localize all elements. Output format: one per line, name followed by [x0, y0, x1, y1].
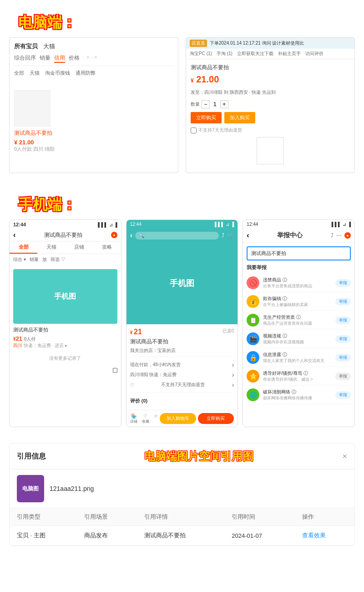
m1-sub-store[interactable]: · 进店 ▸ — [52, 343, 67, 348]
report-name-5: 诱导好评/骚扰/辱骂 ⓘ — [263, 370, 332, 377]
pc-right-navbar: 淘宝PC (1) 手淘 (1) 立即获取关注下载 补贴主页手 访问评价 — [186, 49, 354, 59]
m2-back-icon[interactable] — [130, 231, 132, 240]
pc-right-screenshot: 店直直 下单2024.01.14 12:17:21 询问 设计素材使用比 淘宝P… — [186, 37, 355, 173]
tab-zhongheguixi[interactable]: 综合回序 — [14, 54, 36, 63]
filter-taojincoin[interactable]: 淘金币搜钱 — [45, 70, 70, 77]
m2-star-icon[interactable]: ☆ — [154, 413, 158, 424]
m2-sold-count: 已卖0 — [222, 328, 234, 334]
report-btn-5[interactable]: 举报 — [335, 373, 351, 380]
citation-header: 引用信息 电脑端图片空间引用图 × — [10, 444, 354, 470]
report-btn-1[interactable]: 举报 — [335, 298, 351, 306]
m2-cart-header-icon[interactable]: 🛒 — [227, 232, 234, 239]
tab-xinyong[interactable]: 信用 — [54, 54, 65, 63]
report-desc-6: 损坏网络传播网络传播传播 — [263, 395, 332, 401]
add-to-cart-button[interactable]: 加入购买 — [224, 112, 255, 123]
pc-right-buttons: 立即购买 加入购买 — [191, 112, 350, 123]
m1-product-name: 测试商品不要拍 — [13, 327, 117, 333]
m3-menu-icon[interactable]: ⋯ — [336, 232, 342, 239]
m2-detail-arrow[interactable] — [232, 371, 234, 378]
m3-report-title: 我要举报 — [247, 264, 351, 271]
nav-download[interactable]: 立即获取关注下载 — [237, 51, 273, 57]
report-desc-3: 视频内存存在违规视频 — [263, 339, 332, 345]
report-item-3: 🎬 视频违规 ⓘ 视频内存存在违规视频 举报 — [247, 330, 351, 348]
m1-sub-delivery: 快递：免运费 — [24, 343, 51, 348]
m3-time: 12:44 — [247, 222, 258, 227]
m2-img-label: 手机图 — [170, 278, 194, 289]
pc-product-card: 测试商品不要拍 ¥ 21.00 0人付款 四川 绵阳 — [14, 90, 173, 153]
nav-shoutao[interactable]: 手淘 (1) — [217, 51, 233, 57]
qty-decrease[interactable]: − — [202, 100, 210, 108]
report-icon-6: 🌐 — [247, 388, 259, 401]
m2-share-icon[interactable]: ⤴ — [222, 232, 224, 239]
report-name-1: 欺诈骗钱 ⓘ — [263, 296, 332, 302]
m1-filter-row: 综合 ▾ 销量 放 筛选 ▽ — [10, 254, 121, 265]
filter-all[interactable]: 全部 — [14, 70, 24, 77]
report-btn-6[interactable]: 举报 — [335, 391, 351, 399]
report-btn-0[interactable]: 举报 — [335, 279, 351, 287]
report-name-2: 无生产经营资质 ⓘ — [263, 314, 332, 321]
nav-taobaoPc[interactable]: 淘宝PC (1) — [190, 51, 212, 57]
m2-buy-now-button[interactable]: 立即购买 — [198, 413, 234, 424]
mobile-screenshots: 12:44 ▌▌▌ ⊿ ▐ 测试商品不要拍 ● 全部 天猫 店铺 攻略 综合 ▾ — [9, 219, 355, 427]
tab-xiaoliang[interactable]: 销量 — [40, 54, 51, 63]
qty-value: 1 — [212, 101, 218, 107]
m1-battery-icon: ▐ — [114, 222, 117, 227]
m2-divider2 — [130, 393, 234, 393]
pc-right-qty: 数量 − 1 + — [191, 100, 350, 108]
mobile-frame-1: 12:44 ▌▌▌ ⊿ ▐ 测试商品不要拍 ● 全部 天猫 店铺 攻略 综合 ▾ — [9, 219, 121, 427]
report-btn-2[interactable]: 举报 — [335, 316, 351, 324]
m1-header: 测试商品不要拍 ● — [10, 229, 121, 241]
report-btn-4[interactable]: 举报 — [335, 354, 351, 362]
m2-shipping-arrow[interactable] — [232, 361, 234, 368]
m2-add-cart-button[interactable]: 加入购物车 — [160, 413, 196, 424]
m2-shipping-label: 现在付款，48小时内发货 — [130, 362, 181, 368]
m1-wifi-icon: ⊿ — [109, 222, 113, 227]
no-return-checkbox[interactable] — [191, 128, 197, 133]
m3-header: 举报中心 ⤴ ⋯ ● — [243, 229, 354, 243]
m3-share-icon[interactable]: ⤴ — [331, 232, 334, 239]
m1-tab-store[interactable]: 店铺 — [65, 241, 93, 254]
m1-sub-loc: 四川 — [13, 343, 22, 348]
m1-filter-sift[interactable]: 筛选 ▽ — [51, 256, 66, 263]
m1-tab-tmall[interactable]: 天猫 — [37, 241, 65, 254]
m2-store-icon[interactable]: 🏪 店铺 — [130, 413, 137, 424]
m2-return-label: 不支持7天无理由退货 — [161, 382, 205, 388]
m1-tab-guide[interactable]: 攻略 — [93, 241, 121, 254]
mobile-section: 手机端： 12:44 ▌▌▌ ⊿ ▐ 测试商品不要拍 ● 全部 天猫 店铺 — [0, 182, 364, 436]
m2-return-arrow[interactable] — [232, 381, 234, 388]
m2-fav-icon[interactable]: ♡ 收藏 — [142, 413, 149, 424]
report-name-0: 违禁商品 ⓘ — [263, 277, 332, 283]
report-btn-3[interactable]: 举报 — [335, 335, 351, 343]
nav-subsidy[interactable]: 补贴主页手 — [278, 51, 301, 57]
view-effect-link[interactable]: 查看效果 — [302, 532, 326, 539]
filter-tmall[interactable]: 天猫 — [30, 70, 40, 77]
m1-notification-badge: ● — [111, 232, 117, 238]
tab-jiage[interactable]: 价格 — [69, 54, 80, 63]
m3-badge: ● — [344, 232, 351, 239]
m1-tab-all[interactable]: 全部 — [10, 241, 37, 254]
citation-close-icon[interactable]: × — [342, 452, 347, 461]
report-desc-0: 出售平台禁售或违禁的商品 — [263, 283, 332, 289]
nav-visit[interactable]: 访问评价 — [305, 51, 324, 57]
col-type: 引用类型 — [10, 508, 77, 526]
m1-back-icon[interactable] — [13, 231, 15, 239]
m2-store-label: 店铺 — [130, 419, 137, 424]
report-icon-1: 💰 — [247, 295, 259, 308]
qty-label: 数量 — [191, 101, 200, 107]
pc-product-price: ¥ 21.00 — [14, 139, 173, 146]
row-type: 宝贝 · 主图 — [10, 526, 77, 546]
m1-filter-overall[interactable]: 综合 ▾ — [13, 256, 26, 263]
report-text-1: 欺诈骗钱 ⓘ 在平台上被骗钱财的卖家 — [263, 296, 332, 308]
pc-left-screenshot: 所有宝贝 大猫 综合回序 销量 信用 价格 · × · × 全部 天猫 淘金币搜… — [9, 37, 178, 173]
m1-filter-price[interactable]: 放 — [42, 256, 47, 263]
mobile-frame-3: 12:44 ▌▌▌ ⊿ ▐ 举报中心 ⤴ ⋯ ● 测试商品不要拍 — [243, 219, 355, 427]
m2-search-bar[interactable]: 🔍 — [135, 232, 219, 240]
buy-now-button[interactable]: 立即购买 — [191, 112, 222, 123]
qty-increase[interactable]: + — [220, 100, 228, 108]
m1-signal-icon: ▌▌▌ — [98, 222, 107, 227]
m3-statusbar: 12:44 ▌▌▌ ⊿ ▐ — [243, 220, 354, 229]
m2-header: 🔍 ⤴ 🛒 — [126, 229, 238, 242]
filter-tongying[interactable]: 通用防弊 — [76, 70, 96, 77]
m1-filter-sales[interactable]: 销量 — [30, 256, 39, 263]
m3-search-box[interactable]: 测试商品不要拍 — [247, 246, 351, 260]
